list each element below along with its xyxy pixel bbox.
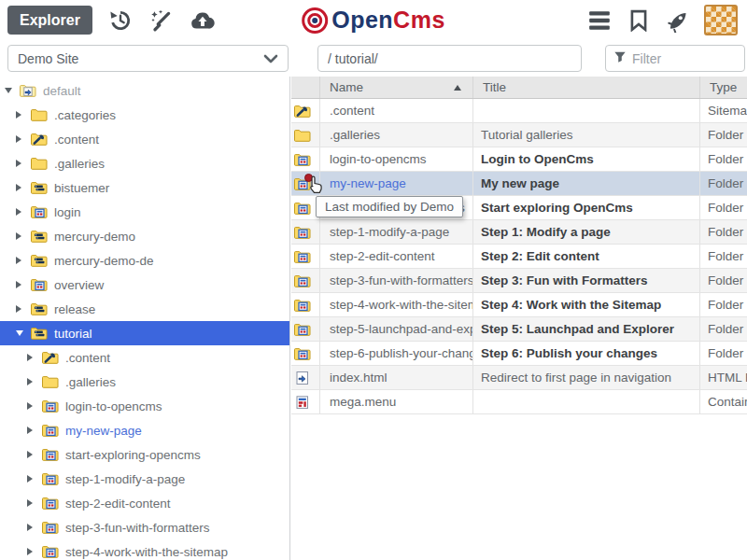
tree-item-step-3-fun-with-formatters[interactable]: step-3-fun-with-formatters [0,515,289,539]
launchpad-icon[interactable] [704,5,738,35]
tree-item-step-1-modify-a-page[interactable]: step-1-modify-a-page [0,467,289,491]
resource-icon-cell[interactable] [291,147,320,171]
expand-toggle-icon[interactable] [16,184,25,191]
table-row-mega.menu[interactable]: mega.menuContainer page [291,390,747,414]
collapse-toggle-icon[interactable] [5,88,14,93]
resource-icon-cell[interactable] [291,123,320,147]
expand-toggle-icon[interactable] [16,208,25,216]
resource-icon-cell[interactable] [291,245,320,268]
resource-name[interactable]: step-1-modify-a-page [320,220,473,244]
resource-name[interactable]: .galleries [320,123,473,147]
table-row-step-5-launchpad-and-explorer[interactable]: step-5-launchpad-and-explorerStep 5: Lau… [291,317,747,342]
expand-toggle-icon[interactable] [27,475,36,483]
tree-item-overview[interactable]: overview [0,273,289,297]
resource-icon-cell[interactable] [291,317,320,341]
page-folder-icon[interactable] [293,176,311,191]
page-folder-icon[interactable] [293,322,311,337]
resource-icon-cell[interactable] [291,269,320,292]
column-header-name[interactable]: Name [320,77,473,98]
magic-wand-icon[interactable] [148,7,175,34]
table-row-dot-content[interactable]: .contentSitemap configuration [291,99,747,123]
column-header-type[interactable]: Type [700,77,747,98]
tree-item-tutorial[interactable]: tutorial [0,321,289,345]
resource-name[interactable]: index.html [320,366,473,389]
resource-name[interactable]: step-2-edit-content [320,245,473,268]
expand-toggle-icon[interactable] [27,499,36,507]
content-page-icon[interactable] [293,395,311,410]
resource-name[interactable]: step-5-launchpad-and-explorer [320,317,473,341]
page-folder-icon[interactable] [293,298,311,313]
resource-icon-cell[interactable] [291,293,320,316]
tree-item-dot-content[interactable]: .content [0,345,289,370]
filter-input[interactable] [632,51,737,66]
expand-toggle-icon[interactable] [16,257,25,264]
redirect-page-icon[interactable] [293,371,311,385]
table-row-my-new-page[interactable]: my-new-pageMy new pageFolder [291,172,747,196]
expand-toggle-icon[interactable] [27,548,36,555]
column-header-title[interactable]: Title [473,77,700,98]
resource-icon-cell[interactable] [291,342,320,365]
expand-toggle-icon[interactable] [27,451,36,458]
upload-icon[interactable] [190,7,216,34]
collapse-toggle-icon[interactable] [16,330,25,336]
expand-toggle-icon[interactable] [16,305,25,313]
tree-item-default[interactable]: default [0,78,289,103]
tree-item-dot-galleries[interactable]: .galleries [0,151,289,175]
resource-name[interactable]: step-6-publish-your-changes [320,342,473,365]
resource-icon-cell[interactable] [291,99,320,122]
rocket-icon[interactable] [665,7,691,34]
expand-toggle-icon[interactable] [16,135,25,143]
expand-toggle-icon[interactable] [16,281,25,288]
expand-toggle-icon[interactable] [27,378,36,385]
tree-item-step-2-edit-content[interactable]: step-2-edit-content [0,491,289,515]
tree-item-step-4-work-with-the-sitemap[interactable]: step-4-work-with-the-sitemap [0,539,289,560]
resource-name[interactable]: step-4-work-with-the-sitemap [320,293,473,316]
tree-item-my-new-page[interactable]: my-new-page [0,418,289,442]
resource-name[interactable]: login-to-opencms [320,147,473,171]
tree-item-dot-galleries[interactable]: .galleries [0,370,289,394]
expand-toggle-icon[interactable] [27,427,36,434]
page-folder-icon[interactable] [293,225,311,240]
resource-name[interactable]: my-new-page [320,172,473,195]
resource-icon-cell[interactable] [291,390,320,413]
table-row-step-3-fun-with-formatters[interactable]: step-3-fun-with-formattersStep 3: Fun wi… [291,269,747,293]
wrench-folder-icon[interactable] [293,104,311,119]
site-selector[interactable]: Demo Site [7,45,289,72]
table-row-login-to-opencms[interactable]: login-to-opencmsLogin to OpenCmsFolder [291,147,747,172]
tree-item-dot-content[interactable]: .content [0,127,289,151]
table-row-dot-galleries[interactable]: .galleriesTutorial galleriesFolder [291,123,747,147]
explorer-button[interactable]: Explorer [7,6,92,35]
table-row-step-2-edit-content[interactable]: step-2-edit-contentStep 2: Edit contentF… [291,245,747,269]
expand-toggle-icon[interactable] [27,402,36,410]
resource-name[interactable]: step-3-fun-with-formatters [320,269,473,292]
menu-icon[interactable] [586,7,613,34]
resource-icon-cell[interactable] [291,172,320,195]
expand-toggle-icon[interactable] [16,160,25,167]
history-icon[interactable] [107,7,134,34]
expand-toggle-icon[interactable] [27,354,36,361]
tree-item-login-to-opencms[interactable]: login-to-opencms [0,394,289,418]
resource-name[interactable]: mega.menu [320,390,473,413]
path-input[interactable] [317,45,582,72]
table-row-step-6-publish-your-changes[interactable]: step-6-publish-your-changesStep 6: Publi… [291,342,747,366]
resource-icon-cell[interactable] [291,366,320,389]
table-row-index.html[interactable]: index.htmlRedirect to first page in navi… [291,366,747,390]
page-folder-icon[interactable] [293,152,311,167]
page-folder-icon[interactable] [293,249,311,264]
expand-toggle-icon[interactable] [16,111,25,119]
column-header-icon[interactable] [291,77,320,98]
tree-item-mercury-demo-de[interactable]: mercury-demo-de [0,248,289,273]
page-folder-icon[interactable] [293,201,311,216]
page-folder-icon[interactable] [293,346,311,361]
bookmark-icon[interactable] [626,7,652,34]
page-folder-icon[interactable] [293,273,311,288]
tree-item-dot-categories[interactable]: .categories [0,103,289,127]
tree-item-release[interactable]: release [0,297,289,321]
table-row-step-1-modify-a-page[interactable]: step-1-modify-a-pageStep 1: Modify a pag… [291,220,747,245]
resource-name[interactable]: .content [320,99,473,122]
expand-toggle-icon[interactable] [16,232,25,240]
expand-toggle-icon[interactable] [27,524,36,531]
tree-item-start-exploring-opencms[interactable]: start-exploring-opencms [0,442,289,467]
tree-item-login[interactable]: login [0,200,289,224]
tree-item-mercury-demo[interactable]: mercury-demo [0,224,289,248]
